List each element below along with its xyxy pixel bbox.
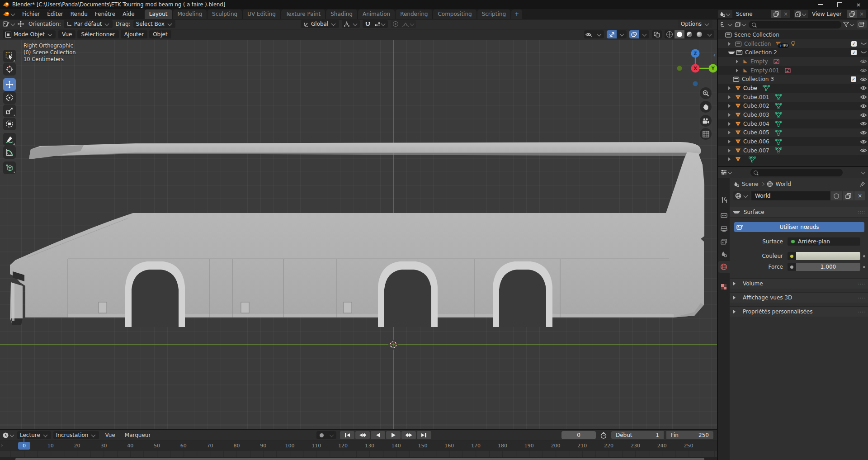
auto-keyframe-button[interactable]	[316, 431, 326, 439]
menu-éditer[interactable]: Éditer	[43, 10, 67, 18]
exclude-checkbox[interactable]: ✓	[851, 76, 856, 82]
outliner-row-cube.005[interactable]: Cube.005	[718, 128, 868, 138]
timeline-scrollbar[interactable]	[0, 457, 717, 460]
outliner-row-empty[interactable]: Empty	[718, 57, 868, 66]
new-collection-button[interactable]	[857, 20, 867, 28]
workspace-tab-compositing[interactable]: Compositing	[433, 9, 476, 19]
show-overlays-button[interactable]	[629, 30, 639, 38]
properties-search-input[interactable]	[750, 169, 843, 176]
timeline-marker-menu[interactable]: Marqueur	[121, 431, 155, 439]
tool-move[interactable]	[3, 78, 16, 91]
tool-scale[interactable]	[3, 104, 16, 117]
outliner-row-cube.004[interactable]: Cube.004	[718, 119, 868, 128]
current-frame-badge[interactable]: 0	[18, 442, 30, 450]
pin-icon[interactable]	[859, 181, 865, 187]
workspace-tab-layout[interactable]: Layout	[145, 9, 172, 19]
expand-icon[interactable]	[728, 140, 733, 143]
view-layer-selector[interactable]: View Layer ×	[794, 10, 866, 18]
outliner-item-label[interactable]: Cube.001	[743, 94, 769, 100]
properties-tab-tool[interactable]	[718, 194, 730, 206]
expand-icon[interactable]	[736, 60, 741, 63]
properties-editor-type-button[interactable]	[721, 168, 733, 176]
object-visibility-icon[interactable]	[584, 30, 594, 38]
properties-tab-render[interactable]	[718, 209, 730, 221]
breadcrumb-world[interactable]: World	[776, 181, 791, 187]
world-datablock-dropdown[interactable]	[733, 191, 750, 200]
menu-fichier[interactable]: Fichier	[19, 10, 43, 18]
eye-closed-icon[interactable]	[860, 51, 867, 54]
panel-grip-icon[interactable]: ::::	[858, 210, 865, 214]
blender-menu-button[interactable]	[0, 11, 19, 17]
outliner-row-collection-3[interactable]: Collection 3✓	[718, 75, 868, 84]
play-reverse-button[interactable]	[371, 431, 385, 439]
surface-type-dropdown[interactable]: Arrière-plan	[788, 237, 860, 246]
outliner-row-collection[interactable]: Collection+99✓	[718, 39, 868, 48]
expand-icon[interactable]	[728, 113, 733, 117]
expand-icon[interactable]	[728, 157, 733, 161]
snap-target-dropdown[interactable]	[373, 20, 388, 28]
add-workspace-button[interactable]: +	[511, 9, 522, 19]
outliner-item-label[interactable]: Cube.006	[743, 138, 769, 145]
workspace-tab-rendering[interactable]: Rendering	[396, 9, 432, 19]
outliner-item-label[interactable]: Collection 3	[742, 76, 774, 82]
panel-grip-icon[interactable]: ::::	[858, 309, 865, 314]
playback-menu[interactable]: Lecture	[17, 431, 51, 439]
gizmo-dropdown[interactable]	[617, 30, 627, 38]
expand-icon[interactable]	[733, 310, 738, 313]
outliner-row-cube.002[interactable]: Cube.002	[718, 102, 868, 111]
outliner-row-cube.003[interactable]: Cube.003	[718, 110, 868, 119]
unlink-scene-button[interactable]: ×	[781, 10, 790, 18]
workspace-tab-scripting[interactable]: Scripting	[477, 9, 510, 19]
expand-icon[interactable]	[736, 69, 741, 72]
breadcrumb-scene[interactable]: Scene	[742, 181, 759, 187]
toggle-ortho-grid-button[interactable]	[700, 128, 712, 140]
current-frame-field[interactable]: 0	[561, 431, 596, 439]
proportional-falloff-dropdown[interactable]	[401, 20, 416, 28]
next-keyframe-button[interactable]	[401, 431, 416, 439]
tool-cursor[interactable]	[3, 63, 16, 76]
bus-body[interactable]	[10, 152, 704, 318]
outliner-item-label[interactable]: Cube.002	[743, 103, 769, 109]
workspace-tab-shading[interactable]: Shading	[326, 9, 357, 19]
mode-dropdown[interactable]: Mode Objet	[3, 30, 56, 38]
strength-slider[interactable]: 1.000	[796, 263, 860, 271]
hide-eye-icon[interactable]	[860, 59, 867, 64]
expand-icon[interactable]	[728, 95, 733, 99]
outliner-row-cube.006[interactable]: Cube.006	[718, 137, 868, 146]
outliner-row-cube.001[interactable]: Cube.001	[718, 93, 868, 102]
hide-eye-icon[interactable]	[860, 139, 867, 144]
timeline-editor-type-button[interactable]	[2, 431, 15, 439]
camera-view-button[interactable]	[700, 115, 712, 127]
shading-dropdown[interactable]	[704, 30, 714, 38]
outliner-search-input[interactable]	[749, 21, 841, 28]
3d-viewport[interactable]: Mode Objet VueSélectionnerAjouterObjet	[0, 29, 717, 429]
timeline-ruler[interactable]: 0 01020304050607080901001101201301401501…	[0, 441, 717, 451]
show-gizmo-button[interactable]	[607, 30, 617, 38]
drag-dropdown[interactable]: Select Box	[133, 20, 175, 28]
outliner-item-label[interactable]: Cube.007	[743, 147, 769, 154]
outliner-item-label[interactable]: Collection 2	[745, 49, 777, 56]
outliner-editor-type-button[interactable]	[720, 20, 733, 28]
outliner-row-empty.001[interactable]: Empty.001	[718, 66, 868, 75]
exclude-checkbox[interactable]: ✓	[851, 41, 857, 47]
xray-toggle-button[interactable]	[652, 30, 662, 38]
properties-tab-world[interactable]	[718, 261, 730, 273]
expand-icon[interactable]	[728, 42, 733, 46]
animate-decorator[interactable]	[863, 255, 865, 257]
overlays-dropdown[interactable]	[639, 30, 649, 38]
outliner-item-label[interactable]: Cube.003	[743, 112, 769, 118]
shading-solid-button[interactable]	[675, 30, 684, 38]
jump-start-button[interactable]	[340, 431, 354, 439]
properties-tab-output[interactable]	[718, 223, 730, 235]
workspace-tab-animation[interactable]: Animation	[358, 9, 395, 19]
gizmo-minus-z-axis[interactable]	[693, 81, 698, 86]
panel-affichage-vues-3d[interactable]: Affichage vues 3D::::	[730, 292, 868, 303]
panel-grip-icon[interactable]: ::::	[858, 295, 865, 300]
shading-rendered-button[interactable]	[694, 30, 704, 38]
visibility-dropdown[interactable]	[594, 30, 604, 38]
timeline-view-menu[interactable]: Vue	[101, 431, 118, 439]
hide-eye-icon[interactable]	[860, 77, 867, 82]
menu-rendu[interactable]: Rendu	[67, 10, 91, 18]
outliner-row[interactable]	[718, 155, 868, 164]
expand-icon[interactable]	[728, 104, 733, 108]
